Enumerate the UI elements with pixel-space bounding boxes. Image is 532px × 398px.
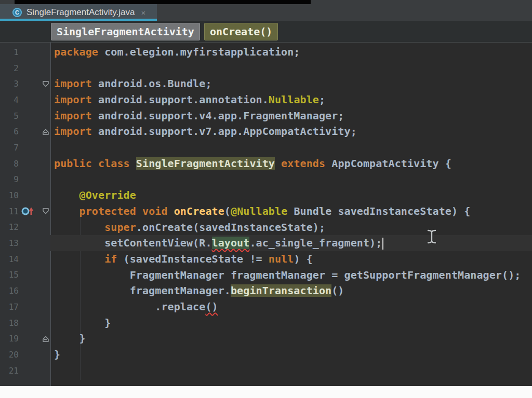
line-number: 21 (0, 366, 19, 376)
ide-window: C SingleFragmentActivity.java × SingleFr… (0, 0, 532, 398)
code-text[interactable]: super.onCreate(savedInstanceState); (50, 219, 532, 236)
gutter-cell: 3 (0, 79, 50, 89)
code-line[interactable]: 12 super.onCreate(savedInstanceState); (0, 219, 532, 236)
breadcrumb-bar: SingleFragmentActivity onCreate() (0, 21, 532, 43)
line-number: 18 (0, 318, 19, 328)
gutter-cell: 10 (0, 190, 50, 200)
line-number: 8 (0, 159, 19, 169)
code-text[interactable]: import android.os.Bundle; (50, 76, 532, 92)
code-line[interactable]: 21 (0, 363, 532, 379)
fold-expand-icon[interactable] (42, 128, 49, 135)
gutter-cell: 8 (0, 159, 50, 169)
code-text[interactable]: if (savedInstanceState != null) { (50, 251, 532, 267)
code-line[interactable]: 5import android.support.v4.app.FragmentM… (0, 108, 532, 124)
code-line[interactable]: 15 FragmentManager fragmentManager = get… (0, 267, 532, 283)
gutter-cell: 12 (0, 222, 50, 232)
code-line[interactable]: 3import android.os.Bundle; (0, 76, 532, 92)
code-text[interactable]: setContentView(R.layout.ac_single_fragme… (50, 235, 532, 251)
code-text[interactable]: @Override (50, 187, 532, 203)
line-number: 3 (0, 79, 19, 89)
line-number: 5 (0, 111, 19, 121)
video-bottom-white-band (0, 386, 532, 398)
ibeam-cursor-icon (426, 229, 437, 244)
gutter-cell: 20 (0, 350, 50, 360)
gutter-cell: 17 (0, 302, 50, 312)
gutter-cell: 21 (0, 366, 50, 376)
fold-collapse-icon[interactable] (42, 208, 49, 215)
code-line[interactable]: 9 (0, 172, 532, 188)
gutter-cell: 9 (0, 174, 50, 184)
code-text[interactable]: package com.elegion.myfirstapplication; (50, 44, 532, 60)
fold-collapse-icon[interactable] (42, 80, 49, 88)
line-number: 7 (0, 143, 19, 153)
code-text[interactable]: } (50, 347, 532, 363)
line-number: 9 (0, 174, 19, 184)
code-text[interactable]: } (50, 331, 532, 347)
editor-lines: 1package com.elegion.myfirstapplication;… (0, 44, 532, 378)
code-text[interactable]: import android.support.v4.app.FragmentMa… (50, 108, 532, 124)
code-line[interactable]: 8public class SingleFragmentActivity ext… (0, 156, 532, 172)
tab-singlefragmentactivity[interactable]: C SingleFragmentActivity.java × (0, 4, 157, 21)
code-text[interactable]: FragmentManager fragmentManager = getSup… (50, 267, 532, 283)
breadcrumb-class[interactable]: SingleFragmentActivity (51, 23, 200, 40)
code-text[interactable]: .replace() (50, 299, 532, 315)
line-number: 1 (0, 47, 19, 57)
gutter-cell: 2 (0, 63, 50, 73)
text-caret (382, 238, 383, 250)
breadcrumb-method[interactable]: onCreate() (204, 23, 278, 40)
gutter-cell: 1 (0, 47, 50, 57)
code-line[interactable]: 6import android.support.v7.app.AppCompat… (0, 123, 532, 140)
line-number: 17 (0, 302, 19, 312)
line-number: 15 (0, 270, 19, 280)
gutter-cell: 16 (0, 286, 50, 296)
line-number: 12 (0, 222, 19, 232)
code-line[interactable]: 20} (0, 347, 532, 363)
code-line[interactable]: 10 @Override (0, 187, 532, 203)
gutter-cell: 15 (0, 270, 50, 280)
code-line[interactable]: 7 (0, 140, 532, 156)
gutter-cell: 18 (0, 318, 50, 328)
code-line[interactable]: 16 fragmentManager.beginTransaction() (0, 283, 532, 299)
line-number: 6 (0, 127, 19, 136)
tab-close-icon[interactable]: × (141, 9, 146, 17)
line-number: 20 (0, 350, 19, 360)
line-number: 13 (0, 238, 19, 248)
code-line[interactable]: 18 } (0, 315, 532, 331)
gutter-cell: 5 (0, 111, 50, 121)
code-editor[interactable]: 1package com.elegion.myfirstapplication;… (0, 43, 532, 386)
gutter-cell: 11 (0, 207, 50, 216)
code-text[interactable]: import android.support.annotation.Nullab… (50, 92, 532, 108)
code-text[interactable]: public class SingleFragmentActivity exte… (50, 156, 532, 172)
code-text[interactable]: } (50, 315, 532, 331)
gutter-cell: 4 (0, 95, 50, 105)
code-text[interactable]: protected void onCreate(@Nullable Bundle… (50, 203, 532, 219)
code-line[interactable]: 4import android.support.annotation.Nulla… (0, 92, 532, 108)
gutter-cell: 14 (0, 254, 50, 264)
line-number: 19 (0, 334, 19, 344)
tab-title: SingleFragmentActivity.java (26, 7, 135, 18)
code-line[interactable]: 17 .replace() (0, 299, 532, 315)
video-top-strip (0, 0, 532, 4)
code-line[interactable]: 1package com.elegion.myfirstapplication; (0, 44, 532, 60)
editor-tab-bar: C SingleFragmentActivity.java × (0, 4, 532, 21)
gutter-cell: 7 (0, 143, 50, 153)
line-number: 4 (0, 95, 19, 105)
code-line[interactable]: 13 setContentView(R.layout.ac_single_fra… (0, 235, 532, 251)
line-number: 2 (0, 63, 19, 73)
code-text[interactable]: fragmentManager.beginTransaction() (50, 283, 532, 299)
video-top-black-bar (15, 0, 311, 4)
line-number: 10 (0, 190, 19, 200)
gutter-cell: 19 (0, 334, 50, 344)
code-text[interactable]: import android.support.v7.app.AppCompatA… (50, 123, 532, 140)
line-number: 14 (0, 254, 19, 264)
line-number: 11 (0, 207, 19, 216)
fold-expand-icon[interactable] (42, 335, 49, 342)
gutter-cell: 6 (0, 127, 50, 136)
override-method-icon[interactable] (21, 206, 36, 216)
code-line[interactable]: 14 if (savedInstanceState != null) { (0, 251, 532, 267)
line-number: 16 (0, 286, 19, 296)
code-line[interactable]: 2 (0, 60, 532, 76)
java-class-icon: C (12, 8, 22, 17)
code-line[interactable]: 19 } (0, 331, 532, 347)
code-line[interactable]: 11 protected void onCreate(@Nullable Bun… (0, 203, 532, 219)
